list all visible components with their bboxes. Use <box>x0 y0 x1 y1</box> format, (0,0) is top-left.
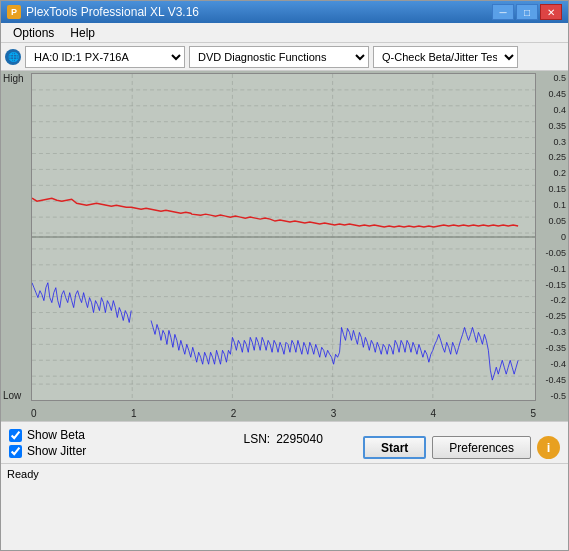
bottom-panel: Show Beta Show Jitter LSN: 2295040 Start… <box>1 421 568 463</box>
chart-y-labels-left: High Low <box>3 73 31 401</box>
chart-area <box>31 73 536 401</box>
menu-bar: Options Help <box>1 23 568 43</box>
lsn-label: LSN: <box>243 432 270 446</box>
y-label-low: Low <box>3 390 31 401</box>
title-bar: P PlexTools Professional XL V3.16 ─ □ ✕ <box>1 1 568 23</box>
test-select[interactable]: Q-Check Beta/Jitter Test <box>373 46 518 68</box>
function-select[interactable]: DVD Diagnostic Functions <box>189 46 369 68</box>
show-jitter-label[interactable]: Show Jitter <box>9 444 86 458</box>
lsn-row: LSN: 2295040 <box>243 432 322 446</box>
y-label-high: High <box>3 73 31 84</box>
preferences-button[interactable]: Preferences <box>432 436 531 459</box>
globe-icon: 🌐 <box>5 49 21 65</box>
menu-options[interactable]: Options <box>5 24 62 42</box>
show-jitter-checkbox[interactable] <box>9 445 22 458</box>
chart-svg <box>32 74 535 400</box>
close-button[interactable]: ✕ <box>540 4 562 20</box>
app-icon: P <box>7 5 21 19</box>
minimize-button[interactable]: ─ <box>492 4 514 20</box>
checkbox-group: Show Beta Show Jitter <box>9 428 86 458</box>
status-bar: Ready <box>1 463 568 483</box>
status-text: Ready <box>7 468 39 480</box>
chart-y-axis-right: 0.5 0.45 0.4 0.35 0.3 0.25 0.2 0.15 0.1 … <box>536 73 566 401</box>
menu-help[interactable]: Help <box>62 24 103 42</box>
info-button[interactable]: i <box>537 436 560 459</box>
window-title: PlexTools Professional XL V3.16 <box>26 5 490 19</box>
show-beta-label[interactable]: Show Beta <box>9 428 86 442</box>
lsn-value: 2295040 <box>276 432 323 446</box>
toolbar: 🌐 HA:0 ID:1 PX-716A DVD Diagnostic Funct… <box>1 43 568 71</box>
show-beta-checkbox[interactable] <box>9 429 22 442</box>
device-select[interactable]: HA:0 ID:1 PX-716A <box>25 46 185 68</box>
maximize-button[interactable]: □ <box>516 4 538 20</box>
chart-x-axis: 0 1 2 3 4 5 <box>31 408 536 419</box>
chart-container: High Low <box>1 71 568 421</box>
start-button[interactable]: Start <box>363 436 426 459</box>
